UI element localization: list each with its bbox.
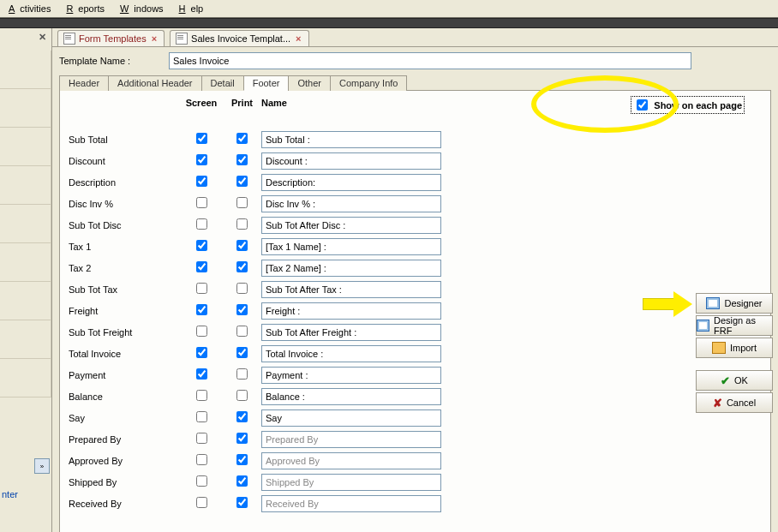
screen-checkbox[interactable] bbox=[196, 411, 207, 422]
tab-other[interactable]: Other bbox=[288, 75, 331, 91]
print-checkbox[interactable] bbox=[236, 133, 248, 144]
field-name-input[interactable] bbox=[261, 131, 441, 148]
document-tab-label: Form Templates bbox=[79, 33, 147, 44]
screen-checkbox[interactable] bbox=[196, 197, 207, 208]
ok-button[interactable]: ✔OK bbox=[696, 370, 773, 391]
field-name-input[interactable] bbox=[261, 324, 441, 341]
document-tab[interactable]: Form Templates× bbox=[57, 30, 165, 46]
screen-checkbox[interactable] bbox=[196, 261, 207, 272]
print-checkbox[interactable] bbox=[236, 154, 248, 165]
print-checkbox[interactable] bbox=[236, 454, 248, 465]
print-checkbox[interactable] bbox=[236, 283, 248, 294]
screen-checkbox[interactable] bbox=[196, 176, 207, 187]
print-checkbox[interactable] bbox=[236, 497, 248, 508]
field-label: Discount bbox=[69, 156, 180, 166]
screen-checkbox[interactable] bbox=[196, 283, 207, 294]
field-name-input[interactable] bbox=[261, 152, 441, 170]
print-checkbox[interactable] bbox=[236, 261, 248, 272]
document-tabs: Form Templates×Sales Invoice Templat...× bbox=[52, 28, 778, 47]
action-button-column: Designer Design as FRF Import ✔OK ✘Cance… bbox=[696, 293, 773, 413]
screen-checkbox[interactable] bbox=[196, 154, 207, 165]
template-name-label: Template Name : bbox=[59, 56, 162, 66]
left-link[interactable]: nter bbox=[2, 489, 18, 499]
field-label: Disc Inv % bbox=[69, 199, 180, 209]
screen-checkbox[interactable] bbox=[196, 390, 207, 401]
tab-header[interactable]: Header bbox=[59, 75, 109, 91]
panel-close-icon[interactable]: ✕ bbox=[39, 32, 46, 43]
field-name-input[interactable] bbox=[261, 281, 441, 298]
title-bar-strip bbox=[0, 18, 778, 28]
close-tab-icon[interactable]: × bbox=[294, 33, 302, 44]
field-name-input[interactable] bbox=[261, 388, 441, 405]
field-name-input[interactable] bbox=[261, 431, 441, 448]
field-row: Tax 2 bbox=[69, 257, 762, 278]
menu-help[interactable]: Help bbox=[174, 2, 214, 15]
col-print: Print bbox=[223, 98, 261, 108]
field-name-input[interactable] bbox=[261, 195, 441, 212]
template-name-input[interactable] bbox=[169, 52, 691, 69]
field-label: Sub Tot Disc bbox=[69, 220, 180, 230]
field-name-input[interactable] bbox=[261, 474, 441, 491]
show-on-each-page[interactable]: Show on each page bbox=[631, 96, 745, 114]
print-checkbox[interactable] bbox=[236, 240, 248, 251]
document-tab[interactable]: Sales Invoice Templat...× bbox=[170, 30, 308, 46]
menu-activities[interactable]: Activities bbox=[3, 2, 61, 15]
field-label: Balance bbox=[69, 392, 180, 402]
print-checkbox[interactable] bbox=[236, 475, 248, 487]
field-name-input[interactable] bbox=[261, 495, 441, 512]
screen-checkbox[interactable] bbox=[196, 433, 207, 444]
field-row: Received By bbox=[69, 493, 762, 514]
document-icon bbox=[697, 320, 709, 332]
screen-checkbox[interactable] bbox=[196, 304, 207, 315]
screen-checkbox[interactable] bbox=[196, 240, 207, 251]
field-label: Sub Total bbox=[69, 134, 180, 145]
print-checkbox[interactable] bbox=[236, 368, 248, 380]
field-row: Prepared By bbox=[69, 428, 762, 450]
field-name-input[interactable] bbox=[261, 260, 441, 277]
designer-button[interactable]: Designer bbox=[696, 293, 773, 314]
screen-checkbox[interactable] bbox=[196, 497, 207, 508]
show-on-each-page-label: Show on each page bbox=[654, 100, 742, 111]
screen-checkbox[interactable] bbox=[196, 133, 207, 144]
screen-checkbox[interactable] bbox=[196, 218, 207, 230]
field-name-input[interactable] bbox=[261, 452, 441, 469]
field-name-input[interactable] bbox=[261, 409, 441, 427]
field-name-input[interactable] bbox=[261, 174, 441, 191]
print-checkbox[interactable] bbox=[236, 304, 248, 315]
field-name-input[interactable] bbox=[261, 367, 441, 384]
menu-bar: Activities Reports Windows Help bbox=[0, 0, 778, 18]
show-on-each-page-checkbox[interactable] bbox=[637, 99, 648, 111]
import-button[interactable]: Import bbox=[696, 338, 773, 358]
field-name-input[interactable] bbox=[261, 238, 441, 255]
close-tab-icon[interactable]: × bbox=[150, 33, 159, 44]
print-checkbox[interactable] bbox=[236, 433, 248, 444]
print-checkbox[interactable] bbox=[236, 176, 248, 187]
screen-checkbox[interactable] bbox=[196, 454, 207, 465]
field-name-input[interactable] bbox=[261, 302, 441, 320]
design-as-frf-button[interactable]: Design as FRF bbox=[696, 315, 773, 336]
menu-windows[interactable]: Windows bbox=[115, 2, 174, 15]
left-side-panel: ✕ » nter bbox=[0, 28, 52, 532]
field-name-input[interactable] bbox=[261, 345, 441, 362]
tab-company-info[interactable]: Company Info bbox=[330, 75, 407, 91]
screen-checkbox[interactable] bbox=[196, 347, 207, 358]
field-label: Received By bbox=[69, 499, 180, 509]
screen-checkbox[interactable] bbox=[196, 475, 207, 487]
document-icon bbox=[63, 33, 75, 45]
screen-checkbox[interactable] bbox=[196, 326, 207, 337]
tab-footer[interactable]: Footer bbox=[243, 75, 290, 91]
print-checkbox[interactable] bbox=[236, 326, 248, 337]
print-checkbox[interactable] bbox=[236, 390, 248, 401]
screen-checkbox[interactable] bbox=[196, 368, 207, 380]
check-icon: ✔ bbox=[721, 374, 730, 387]
field-name-input[interactable] bbox=[261, 217, 441, 234]
menu-reports[interactable]: Reports bbox=[61, 2, 115, 15]
print-checkbox[interactable] bbox=[236, 218, 248, 230]
print-checkbox[interactable] bbox=[236, 411, 248, 422]
tab-additional-header[interactable]: Additional Header bbox=[108, 75, 201, 91]
expand-chevron-icon[interactable]: » bbox=[34, 458, 50, 474]
tab-detail[interactable]: Detail bbox=[201, 75, 244, 91]
cancel-button[interactable]: ✘Cancel bbox=[696, 392, 773, 413]
print-checkbox[interactable] bbox=[236, 197, 248, 208]
print-checkbox[interactable] bbox=[236, 347, 248, 358]
